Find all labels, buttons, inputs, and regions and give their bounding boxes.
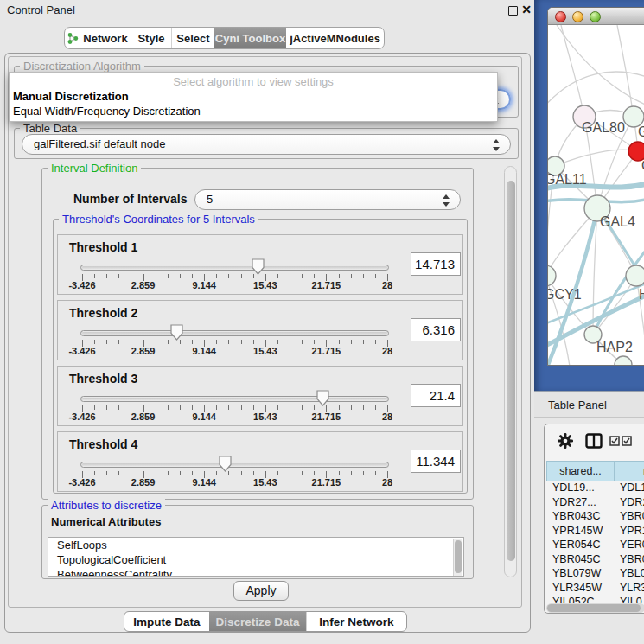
threshold-slider-track[interactable] (80, 330, 389, 336)
control-panel-titlebar: Control Panel ✕ (0, 0, 534, 21)
table-row[interactable]: YBL079WYBL0 (545, 567, 644, 582)
column-view-icon[interactable] (585, 433, 603, 449)
tab-label: Cyni Toolbox (215, 32, 285, 45)
minimize-traffic-light-icon[interactable] (572, 11, 583, 22)
table-cell-name: YLR3 (620, 582, 644, 594)
network-graph[interactable]: GAL80GACGAL11GAL4GCY1HHAP2 (548, 25, 644, 366)
network-node-label: GA (638, 124, 644, 139)
slider-tick (363, 340, 364, 344)
attributes-group: Attributes to discretize Numerical Attri… (41, 505, 474, 579)
network-node-label: GAL11 (548, 172, 587, 187)
table-row[interactable]: YPR145WYPR1 (545, 525, 644, 539)
threshold-label: Threshold 4 (69, 437, 137, 451)
slider-tick (241, 274, 242, 278)
attribute-list-item[interactable]: BetweennessCentrality (48, 567, 463, 577)
threshold-slider-track[interactable] (80, 396, 389, 402)
tab-select[interactable]: Select (171, 28, 214, 48)
gear-icon[interactable] (557, 432, 574, 450)
checkbox-icon[interactable] (609, 436, 620, 446)
threshold-value-field[interactable]: 14.713 (411, 252, 461, 276)
slider-tick (131, 471, 131, 475)
network-edge[interactable] (561, 25, 584, 117)
threshold-slider-thumb[interactable] (252, 258, 265, 275)
close-traffic-light-icon[interactable] (555, 11, 566, 22)
combo-arrows-icon (442, 194, 450, 207)
algorithm-option-manual[interactable]: Manual Discretization (13, 90, 129, 103)
table-row[interactable]: YBR045CYBR0 (545, 553, 644, 568)
slider-tick (302, 405, 303, 410)
apply-button[interactable]: Apply (233, 581, 289, 601)
table-cell-shared-name: YBR045C (552, 553, 601, 565)
float-window-icon[interactable] (508, 6, 518, 16)
threshold-slider-thumb[interactable] (170, 324, 183, 341)
slider-tick (375, 471, 376, 475)
close-icon[interactable]: ✕ (521, 3, 532, 16)
table-cell-shared-name: YDR27... (552, 496, 596, 508)
slider-tick-label: 9.144 (192, 477, 216, 488)
table-cell-name: YBR0 (620, 510, 644, 522)
network-edge[interactable] (617, 25, 634, 117)
column-header-name[interactable]: na (615, 461, 644, 481)
table-cell-name: YBR0 (620, 553, 644, 565)
tab-style[interactable]: Style (131, 28, 171, 48)
threshold-value-field[interactable]: 11.344 (411, 450, 461, 473)
checkbox-icon[interactable] (622, 436, 632, 446)
attribute-list-item[interactable]: TopologicalCoefficient (48, 552, 463, 567)
tab-impute-data[interactable]: Impute Data (124, 612, 209, 631)
algorithm-option-equal-width[interactable]: Equal Width/Frequency Discretization (13, 105, 201, 118)
threshold-slider-track[interactable] (80, 265, 389, 271)
network-edge-highlighted[interactable] (593, 243, 644, 335)
network-window-titlebar[interactable] (548, 8, 644, 25)
scrollbar-thumb[interactable] (507, 181, 515, 561)
table-horizontal-scrollbar[interactable] (546, 603, 644, 613)
network-node[interactable] (615, 356, 632, 366)
scrollbar-thumb[interactable] (455, 540, 462, 573)
threshold-slider-thumb[interactable] (219, 456, 232, 472)
table-row[interactable]: YER054CYER0 (545, 539, 644, 553)
table-row[interactable]: YLR345WYLR3 (545, 582, 644, 596)
table-cell-name: YER0 (620, 539, 644, 551)
threshold-slider-thumb[interactable] (316, 390, 329, 406)
numerical-attributes-heading: Numerical Attributes (51, 515, 161, 528)
tab-cyni-toolbox[interactable]: Cyni Toolbox (214, 28, 286, 48)
slider-tick (180, 274, 181, 278)
tab-network[interactable]: Network (65, 28, 131, 48)
slider-tick (277, 274, 278, 278)
network-node[interactable] (626, 265, 644, 286)
network-canvas[interactable]: GAL80GACGAL11GAL4GCY1HHAP2 (548, 25, 644, 366)
threshold-slider-track[interactable] (80, 462, 389, 468)
slider-tick (168, 274, 169, 278)
table-row[interactable]: YDR27...YDR2 (545, 496, 644, 511)
attributes-scrollbar[interactable] (453, 539, 462, 576)
threshold-value-field[interactable]: 6.316 (411, 318, 461, 341)
network-edge[interactable] (557, 25, 644, 107)
group-title: Threshold's Coordinates for 5 Intervals (59, 213, 258, 226)
zoom-traffic-light-icon[interactable] (590, 11, 601, 22)
group-title: Table Data (20, 122, 80, 135)
numerical-attributes-list[interactable]: SelfLoopsTopologicalCoefficientBetweenne… (48, 537, 464, 577)
control-panel: Control Panel ✕ Network Style Sel (0, 0, 534, 644)
number-of-intervals-combo[interactable]: 5 (194, 189, 461, 210)
slider-tick-label: 9.144 (192, 346, 216, 356)
tab-label: Select (176, 32, 209, 45)
network-node-label: GCY1 (548, 287, 582, 302)
slider-tick (118, 274, 119, 278)
tab-infer-network[interactable]: Infer Network (306, 612, 406, 631)
network-node[interactable] (548, 265, 556, 286)
table-row[interactable]: YDL19...YDL1 (545, 481, 644, 496)
threshold-value-field[interactable]: 21.4 (411, 384, 461, 407)
slider-tick-label: 28 (382, 346, 392, 356)
attribute-list-item[interactable]: SelfLoops (48, 538, 463, 552)
table-row[interactable]: YBR043CYBR0 (545, 510, 644, 525)
table-data-combo[interactable]: galFiltered.sif default node (22, 134, 511, 155)
settings-scrollbar[interactable] (504, 166, 517, 577)
slider-tick (168, 340, 169, 344)
slider-tick (351, 471, 352, 475)
tab-jactivemnodules[interactable]: jActiveMNodules (286, 28, 384, 48)
network-edge[interactable] (555, 150, 638, 166)
tab-discretize-data[interactable]: Discretize Data (209, 612, 306, 631)
column-header-shared-name[interactable]: shared... (546, 461, 615, 481)
app-root: Control Panel ✕ Network Style Sel (0, 0, 644, 644)
algorithm-hint-option[interactable]: Select algorithm to view settings (10, 75, 497, 88)
scrollbar-thumb[interactable] (547, 604, 641, 612)
